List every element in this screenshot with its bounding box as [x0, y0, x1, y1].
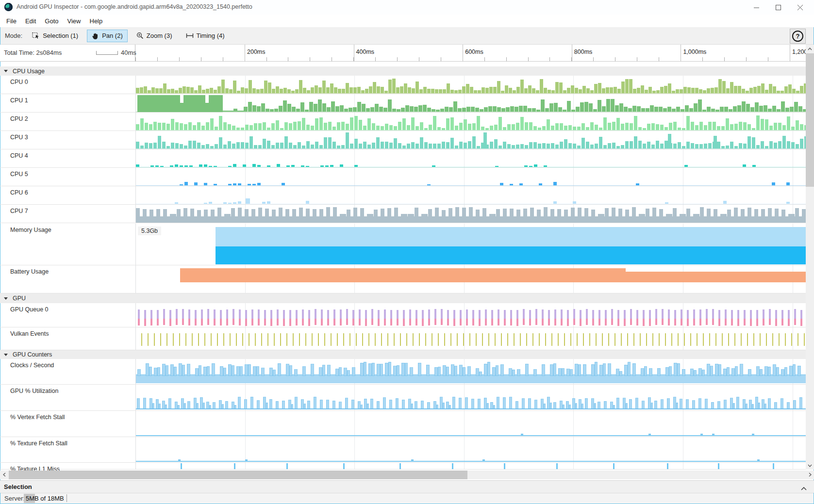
track-label-gpu-queue-0[interactable]: GPU Queue 0 — [10, 306, 49, 313]
track-chart-gpu-queue-0[interactable] — [135, 303, 806, 327]
status-bar: Server: 5MB of 18MB — [0, 493, 814, 504]
selection-panel-title: Selection — [4, 483, 32, 490]
horizontal-scroll-thumb[interactable] — [9, 471, 467, 479]
memory-value-label: 5.3Gb — [138, 227, 161, 235]
track-label-battery[interactable]: Battery Usage — [10, 268, 49, 275]
vertical-scrollbar[interactable] — [806, 45, 814, 470]
track-chart-gpu-utilization[interactable] — [135, 385, 806, 410]
section-title: GPU Counters — [13, 351, 52, 358]
track-chart-memory[interactable]: 5.3Gb — [135, 224, 806, 265]
track-label-cpu4[interactable]: CPU 4 — [10, 152, 28, 159]
track-label-clocks-per-second[interactable]: Clocks / Second — [10, 362, 54, 369]
status-separator — [66, 494, 67, 502]
track-row-memory: Memory Usage5.3Gb — [0, 224, 806, 265]
track-chart-vulkan-events[interactable] — [135, 327, 806, 350]
server-memory-text: 5MB of 18MB — [26, 495, 64, 502]
track-label-cpu1[interactable]: CPU 1 — [10, 97, 28, 104]
track-row-cpu7: CPU 7 — [0, 205, 806, 223]
track-chart-cpu1[interactable] — [135, 94, 806, 112]
track-chart-vertex-fetch-stall[interactable] — [135, 411, 806, 437]
collapse-triangle-icon — [4, 70, 8, 72]
track-chart-battery[interactable] — [135, 265, 806, 293]
track-row-texture-fetch-stall: % Texture Fetch Stall — [0, 437, 806, 463]
track-chart-cpu4[interactable] — [135, 149, 806, 167]
vertical-scroll-thumb[interactable] — [806, 53, 814, 187]
track-chart-cpu0[interactable] — [135, 76, 806, 94]
track-chart-cpu2[interactable] — [135, 113, 806, 130]
track-row-cpu0: CPU 0 — [0, 76, 806, 94]
track-row-cpu6: CPU 6 — [0, 186, 806, 205]
collapse-triangle-icon — [4, 354, 8, 356]
scroll-left-arrow-icon[interactable] — [0, 471, 8, 479]
track-chart-cpu6[interactable] — [135, 186, 806, 204]
track-chart-texture-fetch-stall[interactable] — [135, 437, 806, 462]
track-label-cpu5[interactable]: CPU 5 — [10, 171, 28, 178]
track-label-vulkan-events[interactable]: Vulkan Events — [10, 330, 49, 337]
track-label-cpu6[interactable]: CPU 6 — [10, 189, 28, 196]
track-row-gpu-utilization: GPU % Utilization — [0, 385, 806, 411]
track-row-cpu1: CPU 1 — [0, 94, 806, 113]
section-title: CPU Usage — [13, 68, 45, 75]
track-label-memory[interactable]: Memory Usage — [10, 227, 51, 233]
server-label: Server: — [4, 495, 25, 502]
track-label-texture-fetch-stall[interactable]: % Texture Fetch Stall — [10, 440, 67, 447]
track-row-cpu4: CPU 4 — [0, 149, 806, 168]
track-row-texture-l1-miss: % Texture L1 Miss — [0, 463, 806, 470]
horizontal-scrollbar[interactable] — [0, 471, 814, 479]
section-header-gpu[interactable]: GPU — [0, 293, 806, 303]
selection-panel-header[interactable]: Selection — [0, 480, 814, 493]
track-chart-cpu7[interactable] — [135, 205, 806, 223]
track-label-vertex-fetch-stall[interactable]: % Vertex Fetch Stall — [10, 414, 65, 421]
track-row-cpu2: CPU 2 — [0, 113, 806, 131]
track-row-clocks-per-second: Clocks / Second — [0, 359, 806, 385]
chevron-up-icon[interactable] — [800, 484, 807, 493]
track-label-gpu-utilization[interactable]: GPU % Utilization — [10, 388, 58, 394]
section-title: GPU — [13, 295, 26, 302]
track-label-cpu2[interactable]: CPU 2 — [10, 115, 28, 122]
section-header-gpu-counters[interactable]: GPU Counters — [0, 350, 806, 359]
track-label-cpu3[interactable]: CPU 3 — [10, 134, 28, 141]
scroll-down-arrow-icon[interactable] — [806, 461, 814, 470]
track-row-gpu-queue-0: GPU Queue 0 — [0, 303, 806, 327]
track-row-cpu3: CPU 3 — [0, 131, 806, 149]
track-area: CPU UsageCPU 0CPU 1CPU 2CPU 3CPU 4CPU 5C… — [0, 0, 806, 470]
track-label-cpu7[interactable]: CPU 7 — [10, 208, 28, 214]
collapse-triangle-icon — [4, 297, 8, 300]
track-row-cpu5: CPU 5 — [0, 168, 806, 186]
track-row-vertex-fetch-stall: % Vertex Fetch Stall — [0, 411, 806, 437]
scroll-up-arrow-icon[interactable] — [806, 45, 814, 53]
track-chart-cpu3[interactable] — [135, 131, 806, 149]
track-chart-texture-l1-miss[interactable] — [135, 463, 806, 469]
section-header-cpu-usage[interactable]: CPU Usage — [0, 66, 806, 76]
track-label-cpu0[interactable]: CPU 0 — [10, 79, 28, 85]
track-chart-cpu5[interactable] — [135, 168, 806, 186]
scroll-right-arrow-icon[interactable] — [806, 471, 814, 479]
track-row-vulkan-events: Vulkan Events — [0, 327, 806, 350]
track-chart-clocks-per-second[interactable] — [135, 359, 806, 384]
track-row-battery: Battery Usage — [0, 265, 806, 293]
server-memory-gauge: 5MB of 18MB — [24, 494, 64, 503]
